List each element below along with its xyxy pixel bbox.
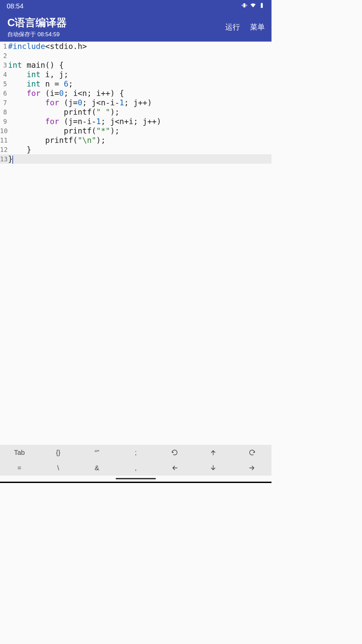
status-icons — [241, 2, 265, 10]
code-line-8[interactable]: printf(" "); — [8, 107, 119, 117]
key-quotes[interactable]: “” — [77, 445, 116, 460]
code-line-10[interactable]: printf("*"); — [8, 126, 119, 136]
app-bar-left: C语言编译器 自动保存于 08:54:59 — [7, 16, 67, 38]
code-editor[interactable]: 1#include<stdio.h> 2 3int main() { 4 int… — [0, 42, 272, 445]
line-number: 2 — [0, 51, 8, 60]
code-line-12[interactable]: } — [8, 145, 31, 154]
line-number: 5 — [0, 79, 8, 89]
line-number: 3 — [0, 60, 8, 70]
undo-icon — [171, 449, 178, 456]
bottom-toolbar: Tab {} “” ; = \ & , — [0, 445, 272, 476]
key-braces[interactable]: {} — [39, 445, 78, 460]
code-line-9[interactable]: for (j=n-i-1; j<n+i; j++) — [8, 117, 161, 126]
line-number: 8 — [0, 107, 8, 117]
code-line-11[interactable]: printf("\n"); — [8, 136, 106, 145]
code-line-4[interactable]: int i, j; — [8, 70, 68, 79]
key-up[interactable] — [194, 445, 233, 460]
svg-rect-0 — [243, 3, 245, 7]
cursor-icon — [12, 156, 13, 164]
key-down[interactable] — [194, 460, 233, 476]
line-number: 12 — [0, 145, 8, 154]
vibrate-icon — [241, 2, 247, 10]
line-number: 9 — [0, 117, 8, 126]
app-subtitle: 自动保存于 08:54:59 — [7, 31, 67, 38]
status-bar: 08:54 — [0, 0, 272, 12]
key-tab[interactable]: Tab — [0, 445, 39, 460]
key-ampersand[interactable]: & — [77, 460, 116, 476]
svg-rect-1 — [242, 4, 243, 6]
line-number: 6 — [0, 89, 8, 98]
key-undo[interactable] — [155, 445, 194, 460]
app-bar: C语言编译器 自动保存于 08:54:59 运行 菜单 — [0, 12, 272, 42]
svg-rect-2 — [246, 4, 247, 6]
code-line-1[interactable]: #include<stdio.h> — [8, 42, 87, 51]
line-number: 11 — [0, 136, 8, 145]
svg-rect-6 — [261, 3, 262, 4]
app-title: C语言编译器 — [7, 16, 67, 30]
nav-handle-area — [0, 476, 272, 482]
redo-icon — [248, 449, 256, 456]
svg-rect-4 — [247, 5, 247, 6]
nav-handle-icon[interactable] — [116, 478, 156, 479]
toolbar-row-2: = \ & , — [0, 460, 272, 476]
line-number: 13 — [0, 154, 8, 164]
line-number: 7 — [0, 98, 8, 107]
line-number: 4 — [0, 70, 8, 79]
code-line-13[interactable]: } — [8, 154, 13, 164]
code-line-3[interactable]: int main() { — [8, 60, 64, 70]
arrow-down-icon — [209, 464, 217, 472]
arrow-left-icon — [171, 464, 178, 472]
toolbar-row-1: Tab {} “” ; — [0, 445, 272, 460]
run-button[interactable]: 运行 — [225, 22, 240, 32]
key-redo[interactable] — [233, 445, 272, 460]
key-backslash[interactable]: \ — [39, 460, 78, 476]
key-semicolon[interactable]: ; — [116, 445, 155, 460]
svg-rect-5 — [261, 3, 263, 8]
key-equals[interactable]: = — [0, 460, 39, 476]
key-right[interactable] — [233, 460, 272, 476]
key-left[interactable] — [155, 460, 194, 476]
footer-bar — [0, 482, 272, 483]
arrow-up-icon — [209, 449, 217, 456]
code-line-6[interactable]: for (i=0; i<n; i++) { — [8, 89, 124, 98]
code-line-7[interactable]: for (j=0; j<n-i-1; j++) — [8, 98, 152, 107]
menu-button[interactable]: 菜单 — [250, 22, 265, 32]
code-line-5[interactable]: int n = 6; — [8, 79, 73, 89]
line-number: 10 — [0, 126, 8, 136]
key-comma[interactable]: , — [116, 460, 155, 476]
app-bar-actions: 运行 菜单 — [225, 22, 265, 32]
battery-icon — [259, 2, 265, 10]
arrow-right-icon — [248, 464, 256, 472]
svg-rect-3 — [242, 5, 242, 6]
line-number: 1 — [0, 42, 8, 51]
status-time: 08:54 — [7, 2, 23, 10]
wifi-icon — [250, 2, 256, 10]
